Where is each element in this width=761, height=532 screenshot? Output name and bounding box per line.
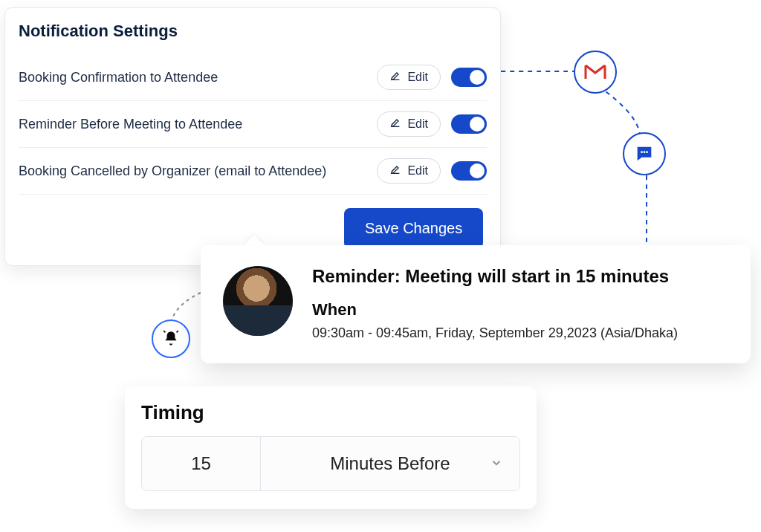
avatar [223, 266, 293, 336]
pencil-icon [389, 117, 401, 132]
toggle-switch[interactable] [451, 114, 487, 134]
timing-title: Timing [141, 401, 520, 424]
bell-icon [152, 319, 190, 358]
timing-value-input[interactable]: 15 [142, 437, 261, 490]
toggle-switch[interactable] [451, 68, 487, 87]
notification-label: Reminder Before Meeting to Attendee [19, 117, 242, 132]
chevron-down-icon [490, 453, 503, 474]
chat-icon [623, 132, 666, 175]
reminder-when-value: 09:30am - 09:45am, Friday, September 29,… [312, 325, 678, 341]
save-changes-button[interactable]: Save Changes [344, 208, 483, 249]
pencil-icon [389, 163, 401, 178]
edit-button[interactable]: Edit [377, 65, 441, 90]
notification-label: Booking Confirmation to Attendee [19, 70, 218, 85]
timing-unit-label: Minutes Before [330, 453, 450, 474]
notification-label: Booking Cancelled by Organizer (email to… [19, 163, 326, 179]
gmail-icon [574, 51, 617, 94]
timing-card: Timing 15 Minutes Before [125, 386, 537, 509]
notification-row: Reminder Before Meeting to Attendee Edit [19, 101, 487, 148]
svg-point-2 [646, 151, 648, 153]
reminder-card: Reminder: Meeting will start in 15 minut… [201, 245, 751, 363]
toggle-switch[interactable] [451, 161, 487, 181]
timing-unit-select[interactable]: Minutes Before [261, 437, 519, 490]
svg-point-0 [641, 151, 643, 153]
notification-settings-panel: Notification Settings Booking Confirmati… [4, 7, 501, 266]
notification-row: Booking Confirmation to Attendee Edit [19, 54, 487, 101]
pencil-icon [389, 70, 401, 85]
svg-point-1 [644, 151, 646, 153]
edit-button[interactable]: Edit [377, 158, 441, 184]
notification-row: Booking Cancelled by Organizer (email to… [19, 148, 487, 195]
edit-label: Edit [407, 164, 428, 178]
panel-title: Notification Settings [19, 22, 487, 41]
reminder-when-label: When [312, 300, 678, 319]
edit-label: Edit [407, 71, 428, 84]
edit-label: Edit [407, 117, 428, 131]
reminder-title: Reminder: Meeting will start in 15 minut… [312, 266, 678, 287]
edit-button[interactable]: Edit [377, 111, 441, 137]
